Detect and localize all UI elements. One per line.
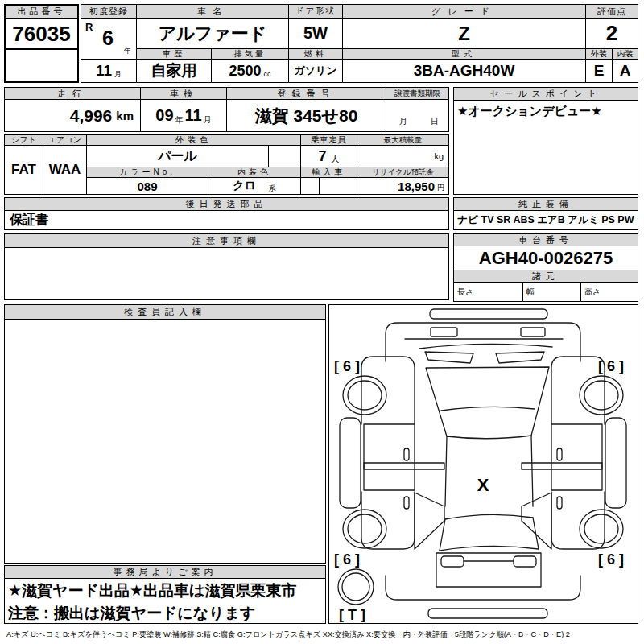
left-side-step: [340, 418, 361, 508]
car-name-header: 車名: [136, 4, 289, 19]
right-taillight: [514, 556, 536, 567]
shift-value: FAT: [4, 145, 43, 195]
car-topview-diagram: [ 6 ] [ 6 ] [ 6 ] [ 6 ] [ T ] X: [329, 305, 637, 622]
capacity-value: 7: [318, 148, 326, 165]
spare-tire-inner: [342, 573, 369, 601]
chassis-number-value: AGH40-0026275: [453, 246, 638, 270]
front-left-lamp: [431, 328, 457, 336]
transfer-day-label: 日: [431, 116, 439, 127]
tread-mark-bottom-right: [ 6 ]: [598, 551, 624, 568]
cowl-line: [441, 407, 535, 411]
transfer-month-label: 月: [399, 116, 407, 127]
exterior-color-extra-cell: [268, 145, 301, 167]
front-right-lamp: [521, 328, 545, 336]
payload-cell: kg: [357, 145, 449, 167]
center-x-mark: X: [477, 475, 489, 495]
mileage-cell: 4,996 km: [4, 99, 141, 132]
office-info-box: ★滋賀ヤード出品★出品車は滋賀県栗東市 注意：搬出は滋賀ヤードになります: [4, 578, 326, 624]
recycle-deposit-header: リサイクル預託金: [357, 167, 449, 178]
registration-number-header: 登録番号: [226, 87, 386, 100]
spare-tire-mark: [ T ]: [339, 607, 365, 622]
door-shape-value: 5W: [288, 18, 343, 49]
cabin-side-lines: [445, 436, 533, 506]
dimension-height-cell: 高さ: [580, 282, 638, 302]
right-door-rail: [522, 463, 602, 469]
left-wiper: [425, 352, 473, 363]
car-diagram-box: [ 6 ] [ 6 ] [ 6 ] [ 6 ] [ T ] X: [328, 304, 638, 624]
first-registration-year-cell: R 6 年: [80, 18, 137, 60]
mileage-header: 走行: [4, 87, 141, 100]
office-info-line2: 注意：搬出は滋賀ヤードになります: [5, 601, 325, 624]
shaken-year: 09: [155, 106, 173, 125]
footer-legend: A:キズ U:ヘコミ B:キズを伴うヘコミ P:要塗装 W:補修跡 S:錆 C:…: [6, 630, 641, 642]
windshield: [426, 367, 549, 439]
month-suffix: 月: [114, 69, 122, 80]
tread-mark-bottom-left: [ 6 ]: [334, 551, 360, 568]
rear-seat-curve: [445, 514, 533, 519]
front-right-tire: [580, 376, 623, 415]
notes-header: 注意事項欄: [4, 233, 449, 248]
import-header: 輸入車: [300, 167, 357, 178]
recycle-deposit-cell: 18,950 円: [357, 177, 449, 195]
shaken-year-suffix: 年: [175, 114, 184, 126]
exterior-color-value: パール: [86, 145, 269, 167]
front-right-tire-inner: [584, 381, 618, 410]
rear-left-fender: [361, 492, 415, 549]
recycle-deposit-value: 18,950: [398, 180, 435, 193]
history-value: 自家用: [136, 59, 212, 83]
right-door-panel: [551, 424, 602, 490]
later-parts-value: 保証書: [4, 210, 449, 230]
rear-floor-curve: [440, 546, 539, 551]
exterior-color-header: 外装色: [86, 134, 301, 146]
equipment-header: 純正装備: [453, 197, 638, 211]
rear-right-tire: [580, 510, 623, 548]
inspector-notes-box: [4, 319, 326, 564]
notes-box: [4, 247, 449, 300]
displacement-unit: cc: [264, 70, 271, 78]
shaken-month-suffix: 月: [204, 114, 212, 126]
interior-color-header: 内装色: [208, 167, 301, 178]
recycle-deposit-unit: 円: [437, 183, 444, 193]
shaken-header: 車検: [140, 87, 227, 100]
displacement-value: 2500: [229, 63, 261, 80]
interior-color-value: クロ: [233, 179, 256, 193]
sales-point-text: ★オークションデビュー★: [457, 104, 602, 119]
equipment-value: ナビ TV SR ABS エアB アルミ PS PW: [453, 210, 638, 230]
displacement-cell: 2500 cc: [211, 59, 289, 83]
first-registration-year: 6: [102, 27, 114, 50]
left-taillight: [441, 556, 464, 567]
sales-point-box: ★オークションデビュー★: [453, 100, 638, 195]
left-door-rail: [364, 463, 444, 469]
tread-mark-top-right: [ 6 ]: [598, 358, 624, 374]
interior-color-cell: クロ 系: [208, 177, 301, 195]
capacity-header: 乗車定員: [300, 134, 357, 146]
right-front-door-handle: [557, 448, 562, 460]
color-number-header: カラーNo.: [86, 167, 208, 178]
import-cell-divider: [319, 178, 320, 194]
front-left-tire-inner: [348, 381, 382, 410]
rear-right-tire-inner: [584, 514, 618, 543]
left-door-panel: [364, 424, 415, 490]
office-info-header: 事務局よりご案内: [4, 565, 326, 579]
transfer-docs-header: 譲渡書類期限: [386, 87, 449, 100]
sales-point-header: セールスポイント: [453, 87, 638, 101]
first-registration-month: 11: [96, 62, 112, 80]
lot-number-value: 76035: [4, 18, 79, 50]
later-parts-header: 後日発送部品: [4, 197, 449, 211]
lot-number-empty-box: [4, 48, 79, 83]
front-clip-outline: [386, 323, 580, 361]
payload-unit: kg: [434, 151, 444, 161]
interior-grade-header: 内装: [612, 48, 638, 60]
era-letter: R: [85, 21, 93, 33]
grade-header: グレード: [342, 4, 586, 19]
first-registration-month-cell: 11 月: [80, 59, 137, 83]
payload-header: 最大積載量: [357, 134, 449, 146]
mileage-value: 4,996: [70, 106, 113, 126]
dimension-width-cell: 幅: [522, 282, 581, 302]
model-code-header: 型式: [342, 48, 586, 60]
mileage-unit: km: [116, 109, 134, 122]
exterior-grade-value: E: [585, 59, 613, 83]
transfer-docs-cell: 月 日: [386, 99, 449, 132]
rear-right-fender: [551, 492, 605, 549]
spare-tire: [338, 569, 374, 605]
